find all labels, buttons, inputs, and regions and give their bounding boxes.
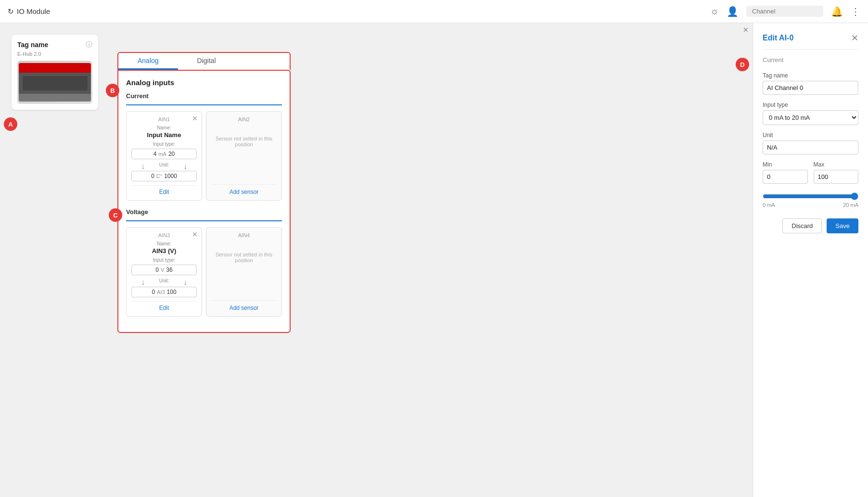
ain4-label: AIN4: [238, 232, 250, 238]
search-input[interactable]: [746, 6, 823, 17]
range-labels: 0 mA 20 mA: [763, 202, 858, 208]
tab-analog[interactable]: Analog: [118, 53, 178, 70]
range-slider[interactable]: [763, 192, 858, 200]
ain1-unit-min: 0: [151, 173, 154, 179]
ain1-range-max: 20: [168, 151, 175, 157]
ain1-close-icon[interactable]: ✕: [192, 115, 198, 122]
light-icon[interactable]: ☼: [710, 6, 719, 17]
voltage-divider: [126, 220, 282, 221]
ain2-add-sensor-button[interactable]: Add sensor: [211, 184, 277, 195]
badge-b: B: [106, 84, 119, 97]
menu-icon[interactable]: ⋮: [851, 6, 860, 17]
tag-name-input[interactable]: [763, 81, 858, 95]
edit-close-button[interactable]: ✕: [851, 33, 858, 43]
ain4-add-sensor-button[interactable]: Add sensor: [211, 300, 277, 311]
min-label: Min: [763, 161, 808, 168]
device-tag-name-label: Tag name: [17, 41, 48, 49]
tab-digital[interactable]: Digital: [178, 53, 235, 70]
min-group: Min: [763, 161, 808, 184]
tag-name-field-label: Tag name: [763, 72, 858, 79]
ain2-card: ✕ AIN2 Sensor not setted in this positio…: [206, 111, 282, 201]
ain1-unit-label-mid: Unit:: [159, 162, 169, 171]
input-type-field-group: Input type 0 mA to 20 mA4 mA to 20 mA0 V…: [763, 102, 858, 125]
badge-a: A: [4, 117, 17, 131]
ain1-arrow-down-right: ↓: [183, 162, 187, 171]
ain4-close-icon[interactable]: ✕: [743, 26, 749, 34]
back-button[interactable]: ↻ IO Module: [8, 7, 50, 16]
edit-subtitle: Current: [763, 56, 858, 64]
edit-title-prefix: Edit: [763, 34, 777, 42]
unit-field-label: Unit: [763, 132, 858, 139]
ain1-name-label: Name:: [131, 125, 197, 130]
minmax-group: Min Max: [763, 161, 858, 184]
ain3-close-icon[interactable]: ✕: [192, 230, 198, 238]
ain3-range-min: 0: [155, 267, 159, 273]
save-button[interactable]: Save: [827, 218, 858, 233]
ain1-label: AIN1: [131, 116, 197, 122]
ain1-arrow-down-left: ↓: [141, 162, 145, 171]
edit-panel: D Edit AI-0 ✕ Current Tag name Input typ…: [753, 23, 868, 497]
ain1-card: AIN1 ✕ Name: Input Name Input type: 4 mA…: [126, 111, 202, 201]
unit-field-group: Unit: [763, 132, 858, 154]
device-img-mid: [19, 73, 91, 94]
range-max-label: 20 mA: [843, 202, 858, 208]
edit-actions: Discard Save: [763, 218, 858, 233]
max-group: Max: [814, 161, 859, 184]
edit-title-id: AI-0: [779, 34, 793, 42]
min-input[interactable]: [763, 170, 808, 184]
current-divider: [126, 104, 282, 105]
ain1-range-min: 4: [153, 151, 157, 157]
main: A Tag name ⓘ E-Hub 2.0 B: [0, 23, 868, 497]
ain3-arrow-down-left: ↓: [141, 278, 145, 287]
user-icon[interactable]: 👤: [727, 6, 739, 17]
ain1-range: 4 mA 20: [131, 149, 197, 159]
analog-inputs-title: Analog inputs: [126, 78, 282, 87]
badge-c: C: [109, 208, 122, 222]
page-title: IO Module: [17, 7, 50, 15]
header: ↻ IO Module ☼ 👤 🔔 ⋮: [0, 0, 868, 23]
voltage-section: C Voltage: [126, 208, 282, 216]
back-icon: ↻: [8, 7, 14, 16]
tag-name-field-group: Tag name: [763, 72, 858, 95]
range-min-label: 0 mA: [763, 202, 775, 208]
ain1-range-unit: mA: [158, 151, 166, 157]
edit-panel-title: Edit AI-0: [763, 34, 793, 42]
input-type-field-label: Input type: [763, 102, 858, 108]
device-img-bot: [19, 94, 91, 102]
left-panel: A Tag name ⓘ E-Hub 2.0 B: [0, 23, 753, 497]
ain1-input-type-label: Input type:: [131, 141, 197, 147]
info-icon[interactable]: ⓘ: [86, 40, 92, 49]
ain3-name-label: Name:: [131, 241, 197, 246]
ain3-range-unit: V: [161, 267, 164, 273]
ain4-not-set: Sensor not setted in this position: [211, 252, 277, 263]
bell-icon[interactable]: 🔔: [831, 6, 843, 17]
edit-panel-header: Edit AI-0 ✕: [763, 33, 858, 50]
voltage-sensors-row: AIN3 ✕ Name: AIN3 (V) Input type: 0 V 36…: [126, 227, 282, 317]
current-section-label: Current: [126, 92, 282, 100]
ain1-edit-button[interactable]: Edit: [131, 185, 197, 195]
ain1-name: Input Name: [131, 131, 197, 139]
discard-button[interactable]: Discard: [782, 218, 822, 233]
ain3-range-max: 36: [166, 267, 172, 273]
device-image: [17, 61, 92, 104]
tabs-and-content: Analog Digital Analog inputs Current AIN…: [117, 52, 741, 333]
ain4-card: ✕ AIN4 Sensor not setted in this positio…: [206, 227, 282, 317]
ain3-arrow-down-right: ↓: [183, 278, 187, 287]
ain2-label: AIN2: [238, 116, 250, 122]
voltage-section-label: Voltage: [126, 208, 282, 216]
unit-input[interactable]: [763, 140, 858, 154]
ain3-unit-min: 0: [152, 289, 155, 295]
ain2-not-set: Sensor not setted in this position: [211, 136, 277, 147]
ain3-unit-label-mid: Unit:: [159, 278, 169, 287]
ain3-range: 0 V 36: [131, 265, 197, 275]
device-card: Tag name ⓘ E-Hub 2.0: [12, 35, 98, 110]
device-card-header: Tag name ⓘ: [17, 40, 92, 49]
analog-panel: Analog inputs Current AIN1 ✕ Name: Input…: [117, 70, 291, 333]
ain1-unit-row: 0 C° 1000: [131, 171, 197, 181]
ain3-edit-button[interactable]: Edit: [131, 301, 197, 311]
current-sensors-row: AIN1 ✕ Name: Input Name Input type: 4 mA…: [126, 111, 282, 201]
max-input[interactable]: [814, 170, 859, 184]
input-type-select[interactable]: 0 mA to 20 mA4 mA to 20 mA0 V to 10 V0 V…: [763, 110, 858, 125]
header-icons: ☼ 👤 🔔 ⋮: [710, 6, 860, 17]
device-subtitle: E-Hub 2.0: [17, 51, 92, 57]
